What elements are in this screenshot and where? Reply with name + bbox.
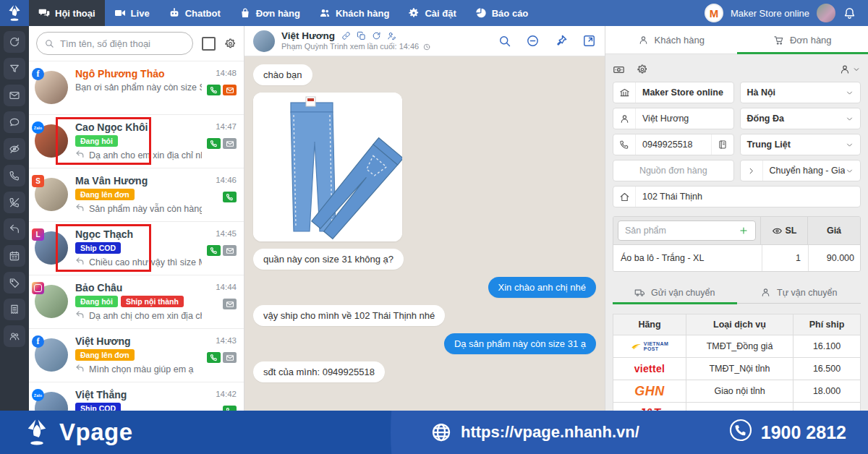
nav-item-label: Live <box>131 8 150 19</box>
phone-status-icon <box>207 245 221 256</box>
conversation-item[interactable]: f 14:43 Việt Hương Đang lên đơn Mình chọ… <box>29 328 244 382</box>
chevron-down-icon <box>845 140 860 150</box>
nav-item-0[interactable]: Hội thoại <box>29 0 105 26</box>
select-all-checkbox[interactable] <box>202 37 216 51</box>
link-icon[interactable] <box>341 31 351 40</box>
contact-book-icon[interactable] <box>711 134 733 155</box>
payment-icon[interactable] <box>613 64 625 76</box>
footer-url[interactable]: https://vpage.nhanh.vn/ <box>430 421 639 443</box>
assignee-selector[interactable] <box>839 64 861 75</box>
eye-icon[interactable] <box>772 226 783 236</box>
address-value: 102 Thái Thịnh <box>636 192 860 202</box>
chat-contact-avatar[interactable] <box>253 30 275 52</box>
conversation-item[interactable]: 14:44 Bảo Châu Đang hỏiShip nội thành Dạ… <box>29 275 244 328</box>
nav-item-3[interactable]: Đơn hàng <box>230 0 310 26</box>
phone-field[interactable]: 0949925518 <box>613 134 734 155</box>
district-select[interactable]: Đống Đa <box>740 108 861 129</box>
person-icon <box>760 287 771 298</box>
shipping-method-select[interactable]: Chuyển hàng - Giao <box>740 160 861 181</box>
search-input[interactable]: Tìm tên, số điện thoại <box>36 32 193 55</box>
district-value: Đống Đa <box>741 113 846 124</box>
search-icon[interactable] <box>498 34 511 48</box>
rail-reply-button[interactable] <box>4 218 25 240</box>
ship-service: TMĐT_Đồng giá <box>686 335 793 358</box>
conversation-item[interactable]: Zalo 14:47 Cao Ngọc Khôi Đang hỏi Dạ anh… <box>29 114 244 168</box>
order-source-input[interactable]: Nguồn đơn hàng <box>613 160 734 181</box>
refresh-icon[interactable] <box>372 31 381 40</box>
reply-icon <box>9 223 20 235</box>
panel-tab-0[interactable]: Khách hàng <box>605 26 737 53</box>
footer-hotline[interactable]: 1900 2812 <box>729 419 846 446</box>
nav-item-6[interactable]: Báo cáo <box>466 0 538 26</box>
user-edit-icon[interactable] <box>387 31 396 40</box>
ship-rate-row[interactable]: J&T <box>613 403 861 411</box>
nav-item-label: Cài đặt <box>425 8 456 19</box>
footer-brand: Vpage <box>22 417 133 447</box>
notifications-bell-icon[interactable] <box>843 7 856 20</box>
rail-funnel-button[interactable] <box>4 58 25 80</box>
history-icon[interactable] <box>422 43 431 51</box>
conversation-item[interactable]: f 14:48 Ngô Phương Thảo Bạn ơi sản phẩm … <box>29 61 244 114</box>
rail-eye-off-button[interactable] <box>4 138 25 160</box>
order-settings-gear-icon[interactable] <box>637 64 648 75</box>
rail-refresh-button[interactable] <box>4 31 25 53</box>
chat-bubble-in: sđt của mình: 0949925518 <box>253 361 385 382</box>
ship-tab-label: Gửi vận chuyển <box>651 288 715 298</box>
footer-phone-number: 1900 2812 <box>761 422 846 443</box>
external-icon[interactable] <box>582 34 596 48</box>
copy-icon[interactable] <box>357 31 366 40</box>
ship-rate-row[interactable]: viettel TMĐT_Nội tỉnh 16.500 <box>613 358 861 380</box>
viettel-logo: viettel <box>634 363 665 374</box>
customer-field[interactable]: Việt Hương <box>613 108 734 129</box>
product-qty: 1 <box>762 245 808 271</box>
rail-mail-button[interactable] <box>4 85 25 106</box>
rail-phone-off-button[interactable] <box>4 192 25 213</box>
nav-item-5[interactable]: Cài đặt <box>399 0 465 26</box>
product-image[interactable] <box>253 93 402 241</box>
conversation-item[interactable]: Zalo 14:42 Việt Thắng Ship COD <box>29 382 244 411</box>
conversation-tag: Ship COD <box>75 242 121 254</box>
address-field[interactable]: 102 Thái Thịnh <box>613 186 861 207</box>
contact-quick-actions <box>341 31 396 40</box>
product-row[interactable]: Áo ba lô - Trắng - XL 1 90.000 <box>613 244 860 271</box>
phone-icon <box>9 170 20 181</box>
city-select[interactable]: Hà Nội <box>740 82 861 103</box>
product-search-input[interactable]: Sản phẩm <box>618 220 756 241</box>
pin-icon[interactable] <box>554 34 568 48</box>
add-product-icon[interactable] <box>739 226 749 236</box>
ship-tab-0[interactable]: Gửi vận chuyển <box>613 282 737 303</box>
ship-rate-row[interactable]: VIETNAMPOST TMĐT_Đồng giá 16.100 <box>613 335 861 358</box>
user-avatar[interactable] <box>817 4 835 22</box>
conversation-item[interactable]: S 14:46 Ma Vân Hương Đang lên đơn Sản ph… <box>29 168 244 221</box>
nav-item-4[interactable]: Khách hàng <box>310 0 399 26</box>
product-price: 90.000 <box>808 245 860 271</box>
store-name[interactable]: Maker Store online <box>731 8 809 19</box>
order-form: Maker Store online Hà Nội Việt Hương Đốn… <box>613 82 861 207</box>
ward-select[interactable]: Trung Liệt <box>740 134 861 155</box>
rail-chat-bubble-button[interactable] <box>4 111 25 133</box>
rail-tag-button[interactable] <box>4 272 25 294</box>
nav-item-2[interactable]: Chatbot <box>159 0 230 26</box>
ship-rate-row[interactable]: GHN Giao nội tỉnh 18.000 <box>613 380 861 403</box>
footer-brand-name: Vpage <box>59 419 133 446</box>
price-column-header: Giá <box>827 226 841 236</box>
product-table: Sản phẩm SL Giá Áo ba lô - Trắng - XL 1 … <box>613 216 861 272</box>
chevron-down-icon <box>845 114 860 124</box>
conversation-name: Ngọc Thạch <box>75 228 202 240</box>
vpage-logo-icon[interactable] <box>0 0 29 26</box>
store-field[interactable]: Maker Store online <box>613 82 734 103</box>
minus-circle-icon[interactable] <box>526 34 540 48</box>
rail-phone-button[interactable] <box>4 165 25 187</box>
list-settings-gear-icon[interactable] <box>224 38 237 50</box>
nav-item-1[interactable]: Live <box>105 0 159 26</box>
ship-tab-1[interactable]: Tự vận chuyển <box>737 282 861 303</box>
ward-value: Trung Liệt <box>741 140 846 150</box>
ship-column-header: Hãng <box>613 314 686 335</box>
conversation-item[interactable]: L 14:45 Ngọc Thạch Ship COD Chiều cao nh… <box>29 221 244 275</box>
receipt-icon <box>9 304 20 315</box>
rail-users-button[interactable] <box>4 325 25 347</box>
rail-receipt-button[interactable] <box>4 299 25 320</box>
rail-calendar-button[interactable] <box>4 245 25 267</box>
panel-tab-1[interactable]: Đơn hàng <box>737 26 868 53</box>
conversation-time: 14:46 <box>216 176 237 184</box>
